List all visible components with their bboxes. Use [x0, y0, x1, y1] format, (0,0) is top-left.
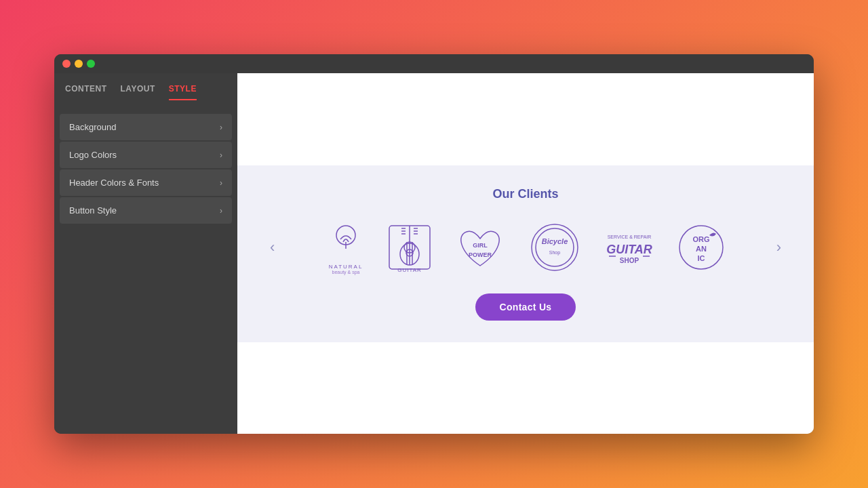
svg-text:IC: IC: [698, 254, 705, 262]
logo-organic: ORG AN IC: [677, 223, 726, 272]
carousel-next-button[interactable]: ›: [771, 236, 787, 259]
sidebar-item-header-colors-label: Header Colors & Fonts: [69, 178, 159, 188]
maximize-button[interactable]: [87, 60, 95, 68]
chevron-right-icon: ›: [220, 178, 222, 188]
svg-text:SHOP: SHOP: [620, 257, 639, 264]
sidebar: CONTENT LAYOUT STYLE Background › Logo C…: [54, 73, 237, 434]
svg-point-25: [532, 224, 578, 270]
sidebar-item-background[interactable]: Background ›: [60, 114, 232, 140]
main-content: Our Clients ‹ NATURAL: [237, 73, 814, 434]
sidebar-item-button-style[interactable]: Button Style ›: [60, 197, 232, 224]
svg-text:GUITAR: GUITAR: [397, 267, 422, 272]
contact-button-wrapper: Contact Us: [264, 293, 787, 321]
chevron-right-icon: ›: [220, 206, 222, 216]
svg-point-26: [536, 228, 574, 266]
clients-section: Our Clients ‹ NATURAL: [237, 165, 814, 342]
clients-title: Our Clients: [264, 187, 787, 201]
svg-text:Shop: Shop: [549, 250, 560, 256]
svg-text:GIRL: GIRL: [473, 242, 488, 249]
logo-guitar-shop: SERVICE & REPAIR GUITAR SHOP: [602, 224, 656, 271]
close-button[interactable]: [62, 60, 71, 68]
traffic-lights: [62, 60, 95, 68]
sidebar-item-logo-colors-label: Logo Colors: [69, 150, 117, 160]
bottom-content-area: [237, 342, 814, 434]
logo-natural: NATURAL beauty & spa: [326, 220, 366, 274]
sidebar-item-header-colors[interactable]: Header Colors & Fonts ›: [60, 169, 232, 196]
tab-layout[interactable]: LAYOUT: [121, 84, 155, 100]
carousel-prev-button[interactable]: ‹: [264, 236, 280, 259]
tab-content[interactable]: CONTENT: [65, 84, 107, 100]
minimize-button[interactable]: [75, 60, 83, 68]
titlebar: [54, 54, 814, 73]
svg-text:AN: AN: [696, 245, 707, 253]
natural-brand-name: NATURAL: [329, 264, 363, 270]
svg-text:SERVICE & REPAIR: SERVICE & REPAIR: [608, 235, 652, 239]
chevron-right-icon: ›: [220, 150, 222, 160]
sidebar-item-logo-colors[interactable]: Logo Colors ›: [60, 142, 232, 168]
clients-logos: NATURAL beauty & spa: [280, 220, 770, 274]
svg-text:ORG: ORG: [692, 235, 709, 243]
app-window: CONTENT LAYOUT STYLE Background › Logo C…: [54, 54, 814, 434]
contact-us-button[interactable]: Contact Us: [475, 293, 576, 321]
logo-bicycle: Bicycle Shop: [528, 222, 582, 272]
logo-guitar-box: GUITAR: [387, 223, 433, 272]
logo-girl-power: GIRL POWER: [453, 222, 507, 272]
svg-text:Bicycle: Bicycle: [542, 237, 568, 245]
chevron-right-icon: ›: [220, 123, 222, 132]
tab-style[interactable]: STYLE: [169, 84, 197, 100]
svg-text:GUITAR: GUITAR: [606, 243, 652, 256]
svg-text:POWER: POWER: [469, 251, 492, 258]
clients-carousel: ‹ NATURAL beauty & spa: [264, 220, 787, 274]
svg-point-6: [336, 226, 355, 245]
sidebar-items: Background › Logo Colors › Header Colors…: [54, 114, 237, 224]
sidebar-item-button-style-label: Button Style: [69, 205, 117, 216]
window-body: CONTENT LAYOUT STYLE Background › Logo C…: [54, 73, 814, 434]
sidebar-tabs: CONTENT LAYOUT STYLE: [54, 73, 237, 100]
sidebar-item-background-label: Background: [69, 122, 116, 132]
top-content-area: [237, 73, 814, 165]
